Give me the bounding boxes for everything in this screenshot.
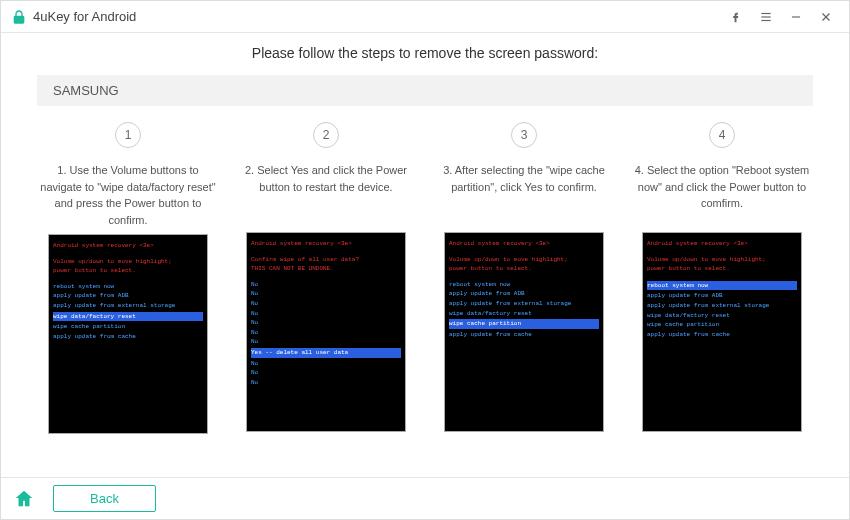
recovery-item-selected: Yes -- delete all user data [251, 348, 401, 358]
back-button[interactable]: Back [53, 485, 156, 512]
device-brand-bar: SAMSUNG [37, 75, 813, 106]
recovery-item-selected: wipe data/factory reset [53, 312, 203, 322]
recovery-screen: Android system recovery <3e>Confirm wipe… [246, 232, 406, 432]
step-instruction: 1. Use the Volume buttons to navigate to… [37, 162, 219, 228]
step-badge: 2 [313, 122, 339, 148]
recovery-item: No [251, 328, 401, 338]
titlebar: 4uKey for Android [1, 1, 849, 33]
home-button[interactable] [13, 488, 35, 510]
step-2: 22. Select Yes and click the Power butto… [235, 122, 417, 434]
recovery-item: No [251, 309, 401, 319]
recovery-subheader: power button to select. [449, 264, 599, 274]
recovery-screen: Android system recovery <3e>Volume up/do… [48, 234, 208, 434]
recovery-item: wipe cache partition [647, 320, 797, 330]
recovery-screen: Android system recovery <3e>Volume up/do… [444, 232, 604, 432]
recovery-item: apply update from ADB [647, 291, 797, 301]
recovery-item: No [251, 289, 401, 299]
step-badge: 3 [511, 122, 537, 148]
minimize-button[interactable] [781, 2, 811, 32]
step-instruction: 3. After selecting the "wipe cache parti… [433, 162, 615, 226]
recovery-subheader: Volume up/down to move highlight; [647, 255, 797, 265]
logo-icon [11, 9, 27, 25]
recovery-item-selected: wipe cache partition [449, 319, 599, 329]
recovery-item: wipe cache partition [53, 322, 203, 332]
close-button[interactable] [811, 2, 841, 32]
recovery-item-selected: reboot system now [647, 281, 797, 291]
recovery-item: apply update from ADB [449, 289, 599, 299]
recovery-item: No [251, 299, 401, 309]
recovery-header: Android system recovery <3e> [53, 241, 203, 251]
recovery-item: No [251, 359, 401, 369]
step-1: 11. Use the Volume buttons to navigate t… [37, 122, 219, 434]
recovery-subheader: power button to select. [53, 266, 203, 276]
recovery-item: No [251, 318, 401, 328]
step-badge: 4 [709, 122, 735, 148]
recovery-item: apply update from ADB [53, 291, 203, 301]
recovery-item: apply update from external storage [647, 301, 797, 311]
recovery-item: No [251, 337, 401, 347]
recovery-subheader: Confirm wipe of all user data? [251, 255, 401, 265]
step-instruction: 2. Select Yes and click the Power button… [235, 162, 417, 226]
recovery-item: No [251, 368, 401, 378]
step-instruction: 4. Select the option "Reboot system now"… [631, 162, 813, 226]
recovery-item: No [251, 378, 401, 388]
recovery-item: wipe data/factory reset [449, 309, 599, 319]
recovery-subheader: power button to select. [647, 264, 797, 274]
recovery-item: apply update from cache [449, 330, 599, 340]
recovery-subheader: Volume up/down to move highlight; [53, 257, 203, 267]
recovery-item: apply update from external storage [449, 299, 599, 309]
app-logo: 4uKey for Android [11, 9, 136, 25]
step-3: 33. After selecting the "wipe cache part… [433, 122, 615, 434]
recovery-item: reboot system now [449, 280, 599, 290]
recovery-item: apply update from cache [647, 330, 797, 340]
step-4: 44. Select the option "Reboot system now… [631, 122, 813, 434]
menu-button[interactable] [751, 2, 781, 32]
steps-row: 11. Use the Volume buttons to navigate t… [37, 122, 813, 434]
recovery-header: Android system recovery <3e> [449, 239, 599, 249]
recovery-subheader: THIS CAN NOT BE UNDONE. [251, 264, 401, 274]
recovery-item: apply update from external storage [53, 301, 203, 311]
recovery-item: wipe data/factory reset [647, 311, 797, 321]
recovery-item: reboot system now [53, 282, 203, 292]
bottombar: Back [1, 477, 849, 519]
facebook-button[interactable] [721, 2, 751, 32]
step-badge: 1 [115, 122, 141, 148]
content-area: Please follow the steps to remove the sc… [1, 33, 849, 477]
app-title: 4uKey for Android [33, 9, 136, 24]
page-heading: Please follow the steps to remove the sc… [37, 45, 813, 61]
recovery-screen: Android system recovery <3e>Volume up/do… [642, 232, 802, 432]
recovery-header: Android system recovery <3e> [647, 239, 797, 249]
recovery-header: Android system recovery <3e> [251, 239, 401, 249]
recovery-item: apply update from cache [53, 332, 203, 342]
recovery-item: No [251, 280, 401, 290]
recovery-subheader: Volume up/down to move highlight; [449, 255, 599, 265]
